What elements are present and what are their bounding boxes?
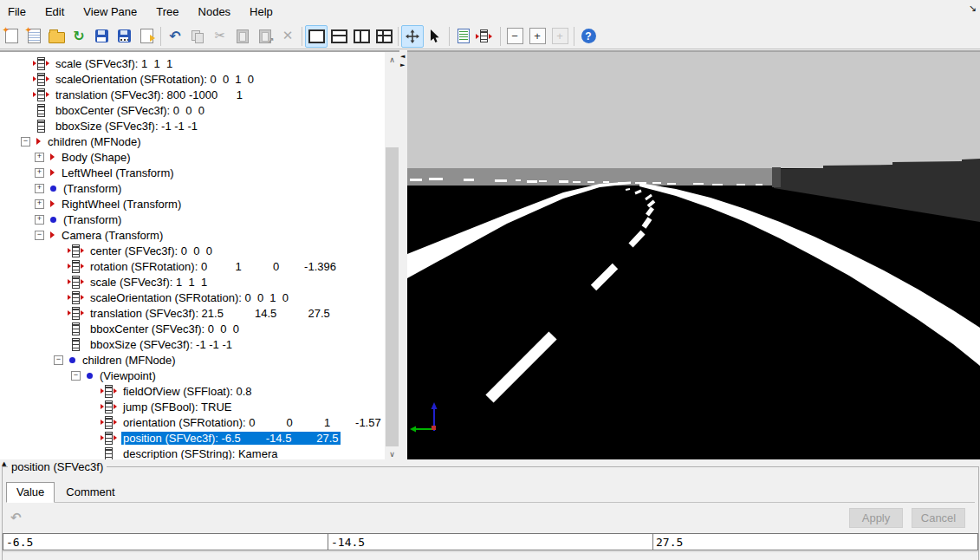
tree-row-bboxsize-camera[interactable]: bboxSize (SFVec3f): -1 -1 -1 (0, 336, 385, 352)
node-icon (36, 138, 41, 145)
node-icon (50, 186, 56, 192)
save-button[interactable] (90, 25, 113, 48)
distant-lane-dash (573, 181, 581, 183)
tree-row-leftwheel[interactable]: LeftWheel (Transform) (0, 165, 385, 180)
position-x-field[interactable] (3, 533, 328, 550)
undo-icon: ↶ (169, 29, 180, 43)
new-file-button[interactable]: ✦ (0, 25, 23, 48)
insert-node-icon (476, 29, 492, 42)
menu-edit[interactable]: Edit (36, 2, 74, 22)
revert-icon[interactable]: ↶ (10, 511, 22, 524)
tab-value[interactable]: Value (6, 482, 55, 503)
expand-disabled-icon: + (552, 28, 568, 44)
tree-scrollbar[interactable]: ∧ ∨ (385, 50, 399, 461)
node-list-button[interactable] (452, 25, 475, 48)
tree-row-jump[interactable]: jump (SFBool): TRUE (0, 399, 385, 414)
collapse-button[interactable]: − (503, 25, 526, 48)
pane-quad-button[interactable] (373, 25, 395, 48)
menu-view-pane[interactable]: View Pane (74, 2, 146, 22)
tree-row-bboxcenter-camera[interactable]: bboxCenter (SFVec3f): 0 0 0 (0, 321, 385, 336)
tree-row-translation-camera[interactable]: translation (SFVec3f): 21.5 14.5 27.5 (0, 305, 385, 321)
expand-expander-icon[interactable] (35, 153, 44, 162)
collapse-expander-icon[interactable] (21, 137, 30, 147)
position-z-field[interactable] (652, 533, 978, 550)
scene-tree-pane[interactable]: scale (SFVec3f): 1 1 1 scaleOrientation … (0, 50, 385, 461)
tree-row-rightwheel[interactable]: RightWheel (Transform) (0, 196, 385, 212)
menu-help[interactable]: Help (240, 2, 282, 22)
field-icon (101, 400, 117, 413)
expand-expander-icon[interactable] (35, 168, 44, 178)
tree-row-transform-1[interactable]: (Transform) (0, 180, 385, 196)
export-button[interactable] (135, 25, 158, 48)
splitter-collapse-left-icon[interactable]: ◄ (400, 54, 405, 60)
expand-all-button[interactable]: + (548, 25, 571, 48)
menu-file[interactable]: File (0, 2, 36, 22)
tree-row-orientation[interactable]: orientation (SFRotation): 0 0 1 -1.57 (0, 414, 385, 430)
position-y-field[interactable] (328, 533, 653, 550)
paste-special-button[interactable] (254, 25, 276, 48)
navigate-move-button[interactable] (401, 25, 424, 48)
select-pointer-button[interactable] (424, 25, 446, 48)
help-button[interactable]: ? (577, 25, 600, 48)
collapse-expander-icon[interactable] (71, 371, 81, 381)
tree-row-scaleorientation[interactable]: scaleOrientation (SFRotation): 0 0 1 0 (0, 71, 385, 87)
tree-row-bboxsize[interactable]: bboxSize (SFVec3f): -1 -1 -1 (0, 118, 385, 133)
cancel-button[interactable]: Cancel (912, 508, 965, 528)
field-icon (101, 432, 117, 445)
node-icon (50, 200, 55, 207)
pane-splitter[interactable]: ◄ ► (399, 50, 407, 459)
inspector-toolbar: ↶ Apply Cancel (3, 503, 977, 532)
new-from-template-button[interactable]: ✦ (23, 25, 45, 48)
tree-row-bboxcenter[interactable]: bboxCenter (SFVec3f): 0 0 0 (0, 102, 385, 118)
tree-row-scaleorientation-camera[interactable]: scaleOrientation (SFRotation): 0 0 1 0 (0, 290, 385, 305)
insert-node-button[interactable] (475, 25, 497, 48)
delete-button[interactable]: ✕ (276, 25, 299, 48)
3d-viewport[interactable] (407, 50, 980, 461)
expand-expander-icon[interactable] (35, 215, 44, 225)
collapse-expander-icon[interactable] (54, 355, 63, 365)
scrollbar-thumb[interactable] (386, 147, 399, 446)
tree-row-children-camera[interactable]: children (MFNode) (0, 352, 385, 368)
undo-button[interactable]: ↶ (164, 25, 186, 48)
distant-lane-dash (587, 181, 594, 183)
tree-row-position-selected[interactable]: position (SFVec3f): -6.5 -14.5 27.5 (0, 430, 385, 446)
tab-comment[interactable]: Comment (56, 483, 124, 502)
collapse-expander-icon[interactable] (35, 231, 44, 240)
pane-split-horizontal-button[interactable] (328, 25, 350, 48)
scrollbar-up-icon[interactable]: ∧ (385, 52, 399, 67)
help-icon: ? (581, 29, 596, 43)
tree-row-fieldofview[interactable]: fieldOfView (SFFloat): 0.8 (0, 383, 385, 399)
open-button[interactable] (45, 25, 68, 48)
tree-row-children[interactable]: children (MFNode) (0, 133, 385, 149)
copy-button[interactable] (186, 25, 209, 48)
select-pointer-icon (429, 29, 441, 43)
field-icon (68, 260, 84, 273)
expand-expander-icon[interactable] (35, 199, 44, 209)
menu-overflow-arrow-icon[interactable]: ↘ (969, 3, 977, 13)
menu-tree[interactable]: Tree (146, 2, 188, 22)
delete-icon: ✕ (282, 29, 294, 42)
pane-single-button[interactable] (305, 25, 328, 48)
apply-button[interactable]: Apply (849, 508, 903, 528)
vector-value-fields (3, 533, 978, 550)
tree-row-scale-camera[interactable]: scale (SFVec3f): 1 1 1 (0, 274, 385, 290)
tree-row-camera[interactable]: Camera (Transform) (0, 227, 385, 243)
tree-row-translation[interactable]: translation (SFVec3f): 800 -1000 1 (0, 87, 385, 102)
reload-button[interactable]: ↻ (68, 25, 90, 48)
tree-row-body[interactable]: Body (Shape) (0, 149, 385, 165)
cut-button[interactable]: ✂ (209, 25, 231, 48)
tree-row-viewpoint[interactable]: (Viewpoint) (0, 368, 385, 383)
tree-row-rotation[interactable]: rotation (SFRotation): 0 1 0 -1.396 (0, 258, 385, 274)
save-options-button[interactable] (113, 25, 135, 48)
sky (407, 52, 980, 170)
paste-button[interactable] (231, 25, 254, 48)
tree-row-transform-2[interactable]: (Transform) (0, 212, 385, 227)
toolbar-separator (302, 27, 302, 46)
tree-row-center[interactable]: center (SFVec3f): 0 0 0 (0, 243, 385, 258)
splitter-collapse-right-icon[interactable]: ► (400, 62, 405, 68)
expand-expander-icon[interactable] (35, 184, 44, 193)
menu-nodes[interactable]: Nodes (189, 2, 241, 22)
expand-button[interactable]: + (526, 25, 548, 48)
tree-row-scale[interactable]: scale (SFVec3f): 1 1 1 (0, 55, 385, 71)
pane-split-vertical-button[interactable] (350, 25, 373, 48)
